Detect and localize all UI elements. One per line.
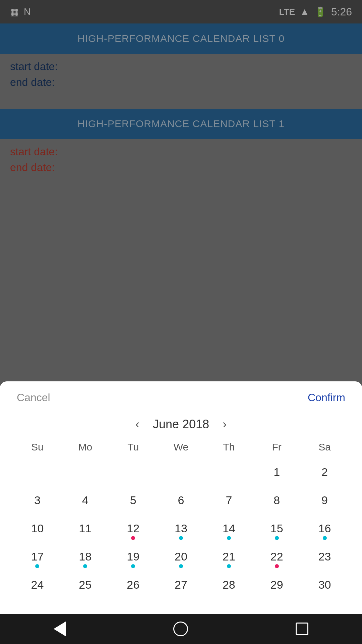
- date-cell-16[interactable]: 16: [301, 516, 349, 544]
- picker-actions: Cancel Confirm: [0, 381, 362, 407]
- date-cell-10[interactable]: 10: [13, 516, 61, 544]
- date-cell-27[interactable]: 27: [157, 572, 205, 600]
- date-cell-9[interactable]: 9: [301, 488, 349, 516]
- date-cell-4[interactable]: 4: [61, 488, 109, 516]
- date-cell-28[interactable]: 28: [205, 572, 253, 600]
- next-month-button[interactable]: ›: [223, 418, 227, 430]
- week-row-1: 1 2: [13, 460, 349, 488]
- dow-tu: Tu: [109, 438, 157, 456]
- date-cell-2[interactable]: 2: [301, 460, 349, 488]
- week-row-3: 10 11 12 13 14 15 16: [13, 516, 349, 544]
- date-cell-17[interactable]: 17: [13, 544, 61, 572]
- dow-we: We: [157, 438, 205, 456]
- date-cell-14[interactable]: 14: [205, 516, 253, 544]
- recents-button[interactable]: [296, 623, 308, 635]
- date-cell-20[interactable]: 20: [157, 544, 205, 572]
- date-cell-29[interactable]: 29: [253, 572, 301, 600]
- dow-su: Su: [13, 438, 61, 456]
- confirm-button[interactable]: Confirm: [308, 391, 345, 404]
- date-cell-24[interactable]: 24: [13, 572, 61, 600]
- dow-th: Th: [205, 438, 253, 456]
- navigation-bar: [0, 614, 362, 644]
- month-navigation: ‹ June 2018 ›: [0, 407, 362, 438]
- dow-fr: Fr: [253, 438, 301, 456]
- date-cell-26[interactable]: 26: [109, 572, 157, 600]
- dow-mo: Mo: [61, 438, 109, 456]
- date-cell-empty: [109, 460, 157, 488]
- date-cell-19[interactable]: 19: [109, 544, 157, 572]
- back-button[interactable]: [54, 622, 66, 636]
- date-cell-18[interactable]: 18: [61, 544, 109, 572]
- home-button[interactable]: [173, 622, 188, 636]
- prev-month-button[interactable]: ‹: [135, 418, 139, 430]
- date-cell-empty: [157, 460, 205, 488]
- date-cell-empty: [13, 460, 61, 488]
- date-cell-23[interactable]: 23: [301, 544, 349, 572]
- date-cell-1[interactable]: 1: [253, 460, 301, 488]
- home-icon: [173, 622, 188, 636]
- date-cell-empty: [205, 460, 253, 488]
- date-cell-15[interactable]: 15: [253, 516, 301, 544]
- week-row-5: 24 25 26 27 28 29 30: [13, 572, 349, 600]
- date-cell-21[interactable]: 21: [205, 544, 253, 572]
- date-cell-25[interactable]: 25: [61, 572, 109, 600]
- cancel-button[interactable]: Cancel: [17, 391, 50, 404]
- month-title: June 2018: [153, 417, 209, 431]
- back-icon: [54, 622, 66, 636]
- date-cell-5[interactable]: 5: [109, 488, 157, 516]
- date-cell-30[interactable]: 30: [301, 572, 349, 600]
- date-cell-12[interactable]: 12: [109, 516, 157, 544]
- recents-icon: [296, 623, 308, 635]
- days-of-week-row: Su Mo Tu We Th Fr Sa: [13, 438, 349, 456]
- date-cell-22[interactable]: 22: [253, 544, 301, 572]
- date-cell-3[interactable]: 3: [13, 488, 61, 516]
- date-cell-empty: [61, 460, 109, 488]
- calendar-picker-sheet: Cancel Confirm ‹ June 2018 › Su Mo Tu We…: [0, 381, 362, 614]
- date-cell-6[interactable]: 6: [157, 488, 205, 516]
- week-row-2: 3 4 5 6 7 8 9: [13, 488, 349, 516]
- calendar-grid: Su Mo Tu We Th Fr Sa 1 2 3 4 5 6 7 8 9: [0, 438, 362, 600]
- dow-sa: Sa: [301, 438, 349, 456]
- date-cell-7[interactable]: 7: [205, 488, 253, 516]
- date-cell-8[interactable]: 8: [253, 488, 301, 516]
- week-row-4: 17 18 19 20 21 22 23: [13, 544, 349, 572]
- date-cell-13[interactable]: 13: [157, 516, 205, 544]
- date-cell-11[interactable]: 11: [61, 516, 109, 544]
